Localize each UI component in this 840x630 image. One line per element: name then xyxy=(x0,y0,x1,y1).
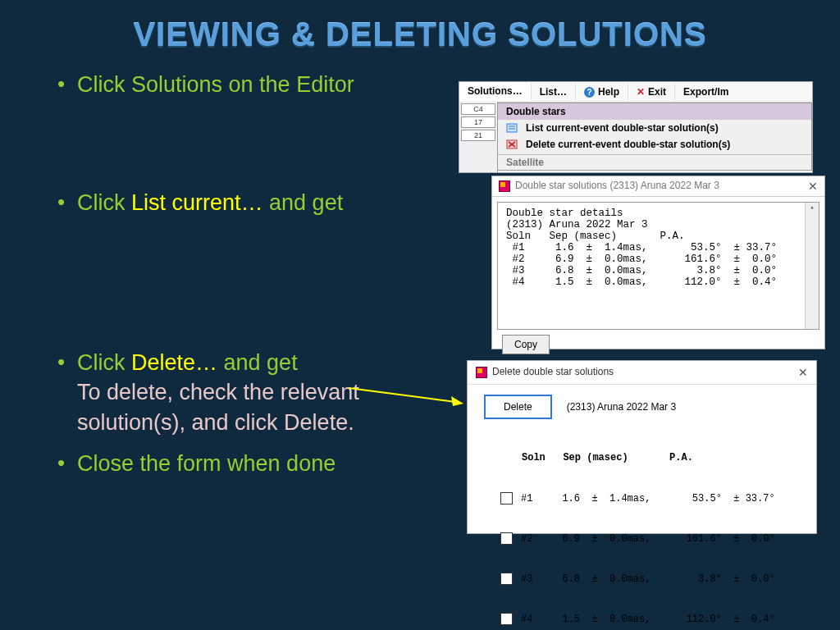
bullet-3-highlight: Delete… xyxy=(131,350,217,375)
dropdown: Double stars List current-event double-s… xyxy=(497,103,812,171)
bullet-3-pre: Click xyxy=(77,350,131,375)
delete-window: Delete double star solutions ✕ Delete (2… xyxy=(468,361,816,533)
list-window-text: Double star details (2313) Aruna 2022 Ma… xyxy=(506,208,777,288)
app-icon xyxy=(476,367,487,378)
delete-row-text: #3 6.8 ± 0.0mas, 3.8° ± 0.0° xyxy=(521,573,775,585)
delete-row-text: #4 1.5 ± 0.0mas, 112.0° ± 0.4° xyxy=(521,614,775,625)
bullet-3-sub: To delete, check the relevant solution(s… xyxy=(77,377,422,437)
delete-row-text: #2 6.9 ± 0.0mas, 161.6° ± 0.0° xyxy=(521,533,775,545)
checkbox[interactable] xyxy=(500,492,513,504)
delete-window-titlebar: Delete double star solutions ✕ xyxy=(468,361,816,385)
delete-row: #2 6.9 ± 0.0mas, 161.6° ± 0.0° xyxy=(500,532,800,545)
checkbox[interactable] xyxy=(500,532,513,545)
dropdown-satellite: Satellite xyxy=(498,155,811,170)
dropdown-item-list[interactable]: List current-event double-star solution(… xyxy=(498,120,811,136)
bullet-2-post: and get xyxy=(263,190,344,215)
list-window-title: Double star solutions (2313) Aruna 2022 … xyxy=(515,180,719,191)
dropdown-item-delete[interactable]: Delete current-event double-star solutio… xyxy=(498,136,811,155)
delete-window-caption: (2313) Aruna 2022 Mar 3 xyxy=(567,401,676,413)
scrollbar[interactable] xyxy=(805,203,819,329)
menu-help[interactable]: Help xyxy=(576,84,628,100)
list-window: Double star solutions (2313) Aruna 2022 … xyxy=(492,176,824,349)
app-icon xyxy=(499,180,510,192)
checkbox[interactable] xyxy=(500,573,513,585)
menu-export[interactable]: Export/Im xyxy=(675,84,737,100)
bullet-2-pre: Click xyxy=(77,190,131,215)
dropdown-header: Double stars xyxy=(498,103,811,120)
delete-window-header-row: Delete (2313) Aruna 2022 Mar 3 xyxy=(468,385,816,429)
page-title: VIEWING & DELETING SOLUTIONS xyxy=(0,0,840,53)
close-icon[interactable]: ✕ xyxy=(798,366,808,379)
side-cell: 21 xyxy=(461,130,495,141)
bullet-4-text: Close the form when done xyxy=(77,451,336,476)
delete-button[interactable]: Delete xyxy=(484,395,552,419)
dropdown-item-list-label: List current-event double-star solution(… xyxy=(526,122,719,134)
delete-row: #1 1.6 ± 1.4mas, 53.5° ± 33.7° xyxy=(500,492,800,504)
bullet-2-highlight: List current… xyxy=(131,190,263,215)
list-window-body: Double star details (2313) Aruna 2022 Ma… xyxy=(497,202,819,330)
side-cell: 17 xyxy=(461,116,495,128)
menubar: Solutions… List… Help Exit Export/Im xyxy=(459,82,812,103)
close-icon[interactable]: ✕ xyxy=(808,180,818,193)
delete-row: #3 6.8 ± 0.0mas, 3.8° ± 0.0° xyxy=(500,573,800,585)
delete-window-table: Soln Sep (masec) P.A. #1 1.6 ± 1.4mas, 5… xyxy=(468,429,816,630)
delete-window-title: Delete double star solutions xyxy=(492,366,614,377)
delete-table-header: Soln Sep (masec) P.A. xyxy=(500,452,800,463)
side-cell: C4 xyxy=(461,103,495,115)
checkbox[interactable] xyxy=(500,613,513,625)
bullet-1-text: Click Solutions on the Editor xyxy=(77,72,354,97)
svg-rect-0 xyxy=(507,124,517,132)
list-window-titlebar: Double star solutions (2313) Aruna 2022 … xyxy=(492,176,824,197)
bullet-3-post: and get xyxy=(217,350,298,375)
menu-solutions[interactable]: Solutions… xyxy=(459,83,532,101)
menu-exit[interactable]: Exit xyxy=(628,84,675,100)
side-gutter: C4 17 21 xyxy=(459,102,498,172)
delete-row: #4 1.5 ± 0.0mas, 112.0° ± 0.4° xyxy=(500,613,800,625)
delete-row-text: #1 1.6 ± 1.4mas, 53.5° ± 33.7° xyxy=(521,493,775,504)
copy-button[interactable]: Copy xyxy=(502,335,550,354)
list-icon xyxy=(506,122,518,134)
dropdown-item-delete-label: Delete current-event double-star solutio… xyxy=(526,139,730,150)
menu-list[interactable]: List… xyxy=(532,84,576,100)
menu-screenshot: Solutions… List… Help Exit Export/Im C4 … xyxy=(459,82,812,172)
delete-icon xyxy=(506,139,518,150)
